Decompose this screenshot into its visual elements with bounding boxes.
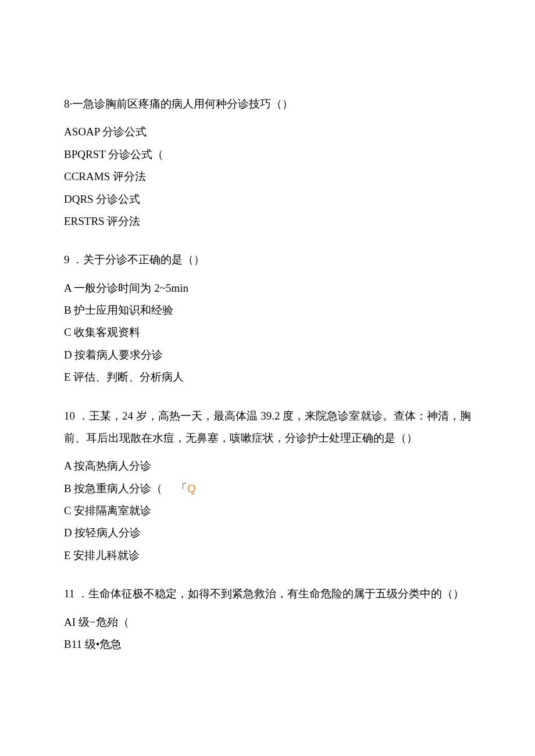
- q10-options: A 按高热病人分诊 B 按急重病人分诊（ 「Q C 安排隔离室就诊 D 按轻病人…: [64, 455, 471, 567]
- q8-opt-d: DQRS 分诊公式: [64, 188, 471, 210]
- q8-opt-a: ASOAP 分诊公式: [64, 121, 471, 143]
- q9-stem: 9 ．关于分诊不正确的是（）: [64, 249, 471, 271]
- q10-stem: 10 ．王某，24 岁，高热一天，最高体温 39.2 度，来院急诊室就诊。查体：…: [64, 405, 471, 450]
- q8-opt-b: BPQRST 分诊公式（: [64, 144, 471, 166]
- q10-opt-e: E 安排儿科就诊: [64, 544, 471, 567]
- q9-opt-d: D 按着病人要求分诊: [64, 344, 471, 366]
- document-page: 8·一急诊胸前区疼痛的病人用何种分诊技巧（） ASOAP 分诊公式 BPQRST…: [0, 0, 535, 655]
- q10-q-mark: Q: [187, 482, 196, 495]
- q8-opt-c: CCRAMS 评分法: [64, 166, 471, 188]
- q11-options: AI 级−危殆（ B11 级•危急: [64, 611, 471, 656]
- q10-bracket: 「: [176, 478, 187, 500]
- q9-opt-b: B 护士应用知识和经验: [64, 299, 471, 321]
- q9-options: A 一般分诊时间为 2~5min B 护士应用知识和经验 C 收集客观资料 D …: [64, 277, 471, 389]
- q11-stem: 11 ．生命体征极不稳定，如得不到紧急救治，有生命危险的属于五级分类中的（）: [64, 583, 471, 605]
- q11-opt-b: B11 级•危急: [64, 633, 471, 655]
- q10-opt-d: D 按轻病人分诊: [64, 522, 471, 544]
- q8-stem: 8·一急诊胸前区疼痛的病人用何种分诊技巧（）: [64, 93, 471, 115]
- q10-opt-a: A 按高热病人分诊: [64, 455, 471, 477]
- q9-opt-e: E 评估、判断、分析病人: [64, 366, 471, 388]
- q8-options: ASOAP 分诊公式 BPQRST 分诊公式（ CCRAMS 评分法 DQRS …: [64, 121, 471, 232]
- q9-opt-c: C 收集客观资料: [64, 321, 471, 343]
- q11-opt-a: AI 级−危殆（: [64, 611, 471, 633]
- q10-opt-b-text: B 按急重病人分诊（: [64, 482, 162, 495]
- q10-opt-c: C 安排隔离室就诊: [64, 500, 471, 522]
- q10-opt-b: B 按急重病人分诊（ 「Q: [64, 478, 471, 500]
- q9-opt-a: A 一般分诊时间为 2~5min: [64, 277, 471, 299]
- q8-opt-e: ERSTRS 评分法: [64, 210, 471, 232]
